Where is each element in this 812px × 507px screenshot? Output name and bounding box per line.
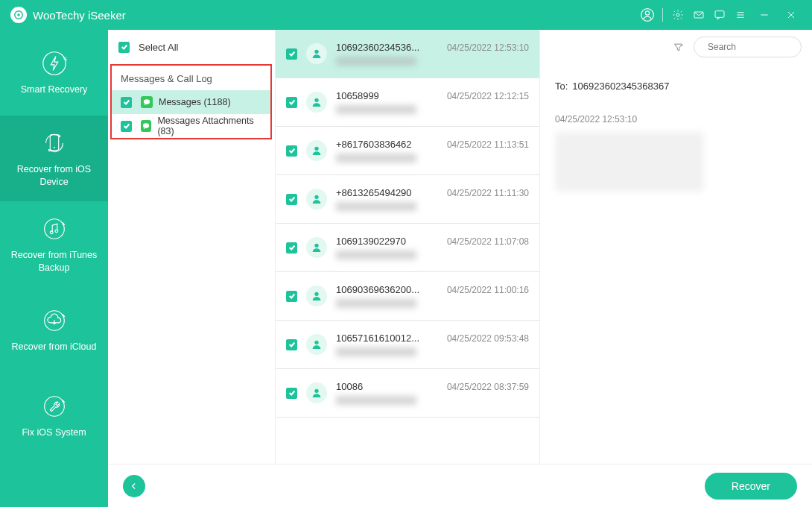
message-checkbox[interactable]	[286, 291, 297, 302]
message-checkbox[interactable]	[286, 242, 297, 254]
message-list: 10692360234536... 04/25/2022 12:53:10 10…	[276, 30, 540, 464]
svg-point-17	[314, 50, 318, 54]
avatar-icon	[306, 334, 327, 355]
settings-icon[interactable]	[667, 0, 688, 30]
category-checkbox[interactable]	[121, 121, 132, 132]
message-list-item[interactable]: +8613265494290 04/25/2022 11:11:30	[276, 175, 539, 224]
message-date: 04/25/2022 11:11:30	[447, 188, 529, 198]
avatar-icon	[306, 140, 327, 161]
message-checkbox[interactable]	[286, 194, 297, 205]
divider	[662, 8, 663, 22]
message-list-item[interactable]: 10086 04/25/2022 08:37:59	[276, 369, 539, 418]
menu-icon[interactable]	[730, 0, 751, 30]
svg-point-18	[314, 98, 318, 102]
sidebar: Smart Recovery Recover from iOS Device R…	[0, 30, 108, 507]
svg-point-7	[42, 52, 65, 75]
svg-point-12	[54, 230, 57, 233]
message-preview	[336, 57, 470, 66]
message-date: 04/25/2022 12:12:15	[447, 91, 529, 101]
message-number: 1069139022970	[336, 236, 406, 247]
search-input[interactable]	[706, 41, 812, 53]
svg-point-15	[144, 99, 150, 104]
message-checkbox[interactable]	[286, 48, 297, 60]
sidebar-item-label: Recover from iOS Device	[6, 163, 102, 189]
svg-rect-6	[715, 11, 724, 18]
app-title: WooTechy iSeeker	[33, 9, 126, 22]
sidebar-item-smart-recovery[interactable]: Smart Recovery	[0, 30, 108, 116]
message-number: 10692360234536...	[336, 42, 419, 53]
avatar-icon	[306, 382, 327, 403]
message-list-item[interactable]: 10657161610012... 04/25/2022 09:53:48	[276, 321, 539, 369]
message-date: 04/25/2022 11:13:51	[447, 139, 529, 150]
search-box[interactable]	[694, 37, 802, 57]
message-list-item[interactable]: 1069139022970 04/25/2022 11:07:08	[276, 224, 539, 272]
message-checkbox[interactable]	[286, 97, 297, 108]
message-preview	[336, 299, 470, 308]
message-number: +8617603836462	[336, 139, 412, 150]
filter-button[interactable]	[670, 39, 686, 55]
message-bubble	[555, 132, 704, 192]
svg-point-9	[54, 146, 55, 148]
sidebar-item-label: Fix iOS System	[22, 426, 86, 439]
message-preview	[336, 347, 470, 356]
recover-button[interactable]: Recover	[705, 473, 797, 500]
sidebar-item-itunes-backup[interactable]: Recover from iTunes Backup	[0, 201, 108, 287]
select-all-checkbox[interactable]	[118, 42, 130, 53]
back-button[interactable]	[123, 475, 145, 497]
wrench-circle-icon	[40, 392, 69, 421]
message-number: 10657161610012...	[336, 333, 419, 344]
music-refresh-icon	[40, 215, 69, 243]
select-all-row[interactable]: Select All	[108, 30, 275, 64]
svg-point-4	[676, 13, 679, 16]
sidebar-item-label: Smart Recovery	[21, 84, 88, 96]
message-checkbox[interactable]	[286, 388, 297, 399]
svg-point-20	[314, 195, 318, 199]
feedback-icon[interactable]	[709, 0, 730, 30]
detail-message-date: 04/25/2022 12:53:10	[555, 114, 797, 125]
svg-point-10	[44, 218, 64, 239]
category-label: Messages (1188)	[159, 97, 231, 107]
detail-panel: To: 106923602345368367 04/25/2022 12:53:…	[540, 30, 812, 464]
user-icon[interactable]	[637, 0, 658, 30]
message-number: 10658999	[336, 90, 379, 101]
svg-point-22	[314, 292, 318, 296]
avatar-icon	[306, 92, 327, 113]
close-button[interactable]	[778, 0, 805, 30]
sidebar-item-ios-device[interactable]: Recover from iOS Device	[0, 116, 108, 201]
svg-point-14	[44, 397, 64, 417]
message-list-item[interactable]: +8617603836462 04/25/2022 11:13:51	[276, 127, 539, 175]
lightning-circle-icon	[40, 49, 69, 78]
message-number: 10086	[336, 381, 363, 392]
sidebar-item-fix-ios[interactable]: Fix iOS System	[0, 373, 108, 459]
avatar-icon	[306, 189, 327, 210]
sidebar-item-icloud[interactable]: Recover from iCloud	[0, 287, 108, 373]
message-list-item[interactable]: 10692360234536... 04/25/2022 12:53:10	[276, 30, 539, 78]
app-logo	[10, 7, 27, 23]
message-number: +8613265494290	[336, 187, 412, 198]
cloud-download-icon	[40, 306, 69, 335]
svg-point-3	[645, 11, 649, 15]
svg-point-21	[314, 244, 318, 248]
mail-icon[interactable]	[688, 0, 709, 30]
message-date: 04/25/2022 08:37:59	[447, 382, 529, 392]
message-checkbox[interactable]	[286, 145, 297, 157]
svg-rect-5	[694, 12, 703, 18]
message-preview	[336, 202, 470, 211]
minimize-button[interactable]	[751, 0, 778, 30]
message-preview	[336, 105, 470, 114]
message-date: 04/25/2022 11:07:08	[447, 236, 529, 247]
message-checkbox[interactable]	[286, 339, 297, 350]
category-item-messages-attachments[interactable]: Messages Attachments (83)	[112, 114, 270, 138]
to-label: To:	[555, 81, 568, 92]
message-date: 04/25/2022 12:53:10	[447, 42, 529, 53]
message-list-item[interactable]: 10658999 04/25/2022 12:12:15	[276, 78, 539, 127]
category-item-messages[interactable]: Messages (1188)	[112, 90, 270, 114]
message-preview	[336, 154, 470, 163]
phone-refresh-icon	[40, 129, 69, 157]
title-bar: WooTechy iSeeker	[0, 0, 812, 30]
message-list-item[interactable]: 10690369636200... 04/25/2022 11:00:16	[276, 272, 539, 321]
select-all-label: Select All	[139, 42, 178, 53]
category-checkbox[interactable]	[121, 97, 132, 108]
category-header: Messages & Call Log	[112, 66, 270, 90]
message-preview	[336, 396, 470, 405]
